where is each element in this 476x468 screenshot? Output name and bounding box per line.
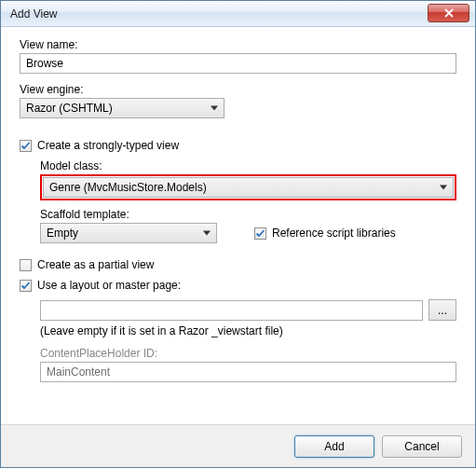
view-name-input[interactable] — [20, 53, 456, 74]
model-class-highlight: Genre (MvcMusicStore.Models) — [40, 174, 456, 200]
browse-button[interactable]: ... — [428, 299, 456, 321]
use-layout-checkbox[interactable] — [20, 280, 32, 292]
add-button[interactable]: Add — [294, 435, 374, 458]
strongly-typed-label: Create a strongly-typed view — [37, 139, 179, 152]
close-icon — [444, 8, 454, 18]
layout-path-input[interactable] — [40, 300, 423, 321]
partial-view-checkbox[interactable] — [20, 259, 32, 271]
view-engine-label: View engine: — [20, 83, 456, 96]
chevron-down-icon — [440, 186, 447, 190]
scaffold-value: Empty — [47, 227, 78, 240]
check-icon — [20, 141, 31, 151]
view-engine-select[interactable]: Razor (CSHTML) — [20, 98, 224, 118]
add-view-dialog: Add View View name: View engine: Razor (… — [0, 0, 476, 468]
strongly-typed-checkbox[interactable] — [20, 140, 32, 152]
model-class-label: Model class: — [40, 159, 456, 172]
cancel-button[interactable]: Cancel — [382, 435, 462, 458]
check-icon — [255, 228, 265, 239]
partial-view-label: Create as a partial view — [37, 258, 154, 271]
browse-button-label: ... — [438, 304, 447, 317]
window-title: Add View — [10, 7, 428, 21]
check-icon — [20, 281, 31, 291]
view-name-label: View name: — [20, 38, 456, 51]
layout-hint: (Leave empty if it is set in a Razor _vi… — [40, 324, 456, 337]
use-layout-label: Use a layout or master page: — [37, 279, 181, 292]
ref-script-checkbox[interactable] — [254, 227, 266, 240]
scaffold-label: Scaffold template: — [40, 208, 456, 221]
view-engine-value: Razor (CSHTML) — [26, 102, 113, 115]
model-class-value: Genre (MvcMusicStore.Models) — [49, 181, 207, 194]
cph-input — [40, 362, 456, 382]
dialog-footer: Add Cancel — [1, 424, 475, 467]
cancel-button-label: Cancel — [404, 440, 439, 453]
cph-label: ContentPlaceHolder ID: — [40, 347, 456, 360]
close-button[interactable] — [428, 4, 469, 22]
titlebar: Add View — [1, 1, 475, 27]
add-button-label: Add — [324, 440, 344, 453]
model-class-select[interactable]: Genre (MvcMusicStore.Models) — [43, 177, 454, 198]
scaffold-select[interactable]: Empty — [40, 223, 217, 243]
ref-script-label: Reference script libraries — [272, 227, 396, 240]
chevron-down-icon — [203, 231, 211, 236]
chevron-down-icon — [211, 106, 218, 111]
